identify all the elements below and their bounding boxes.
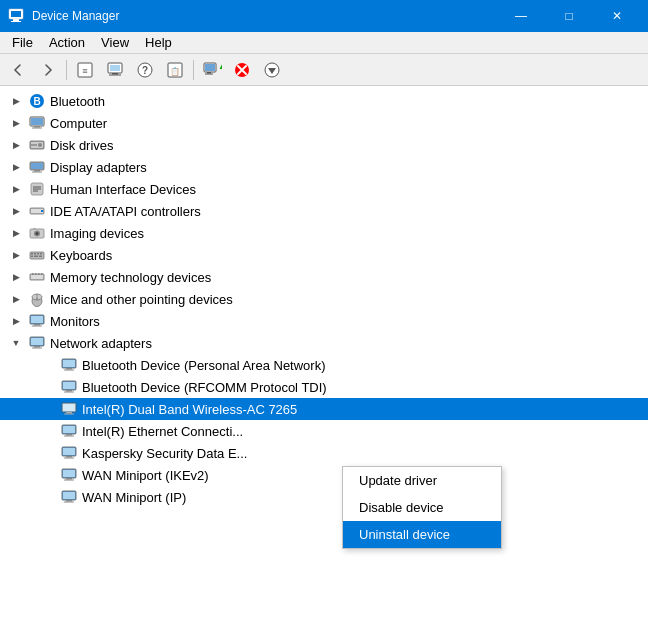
svg-rect-86	[64, 414, 74, 415]
svg-rect-62	[31, 275, 43, 279]
keyboards-icon	[28, 246, 46, 264]
bt-pan-label: Bluetooth Device (Personal Area Network)	[82, 358, 326, 373]
title-bar-left: Device Manager	[8, 8, 119, 24]
disk-drives-label: Disk drives	[50, 138, 114, 153]
tree-item-ide[interactable]: ▶ IDE ATA/ATAPI controllers	[0, 200, 648, 222]
imaging-label: Imaging devices	[50, 226, 144, 241]
svg-rect-36	[34, 170, 40, 172]
properties-button[interactable]: ≡	[71, 57, 99, 83]
expand-kaspersky	[40, 445, 56, 461]
expand-memory[interactable]: ▶	[8, 269, 24, 285]
expand-bluetooth[interactable]: ▶	[8, 93, 24, 109]
svg-rect-50	[31, 253, 33, 255]
title-controls: — □ ✕	[498, 0, 640, 32]
tree-item-imaging[interactable]: ▶ Imaging devices	[0, 222, 648, 244]
context-update-driver[interactable]: Update driver	[343, 467, 501, 494]
back-button[interactable]	[4, 57, 32, 83]
svg-text:?: ?	[142, 65, 148, 76]
svg-rect-52	[37, 253, 39, 255]
window-title: Device Manager	[32, 9, 119, 23]
expand-disk-drives[interactable]: ▶	[8, 137, 24, 153]
tree-item-keyboards[interactable]: ▶ Keyboards	[0, 244, 648, 266]
svg-rect-73	[34, 346, 40, 348]
maximize-button[interactable]: □	[546, 0, 592, 32]
svg-rect-93	[66, 456, 72, 458]
svg-rect-98	[64, 480, 74, 481]
tree-item-wan-ip[interactable]: WAN Miniport (IP)	[0, 486, 648, 508]
tree-item-kaspersky[interactable]: Kaspersky Security Data E...	[0, 442, 648, 464]
tree-item-monitors[interactable]: ▶ Monitors	[0, 310, 648, 332]
svg-rect-35	[31, 163, 43, 169]
expand-display-adapters[interactable]: ▶	[8, 159, 24, 175]
tree-item-wan-ikev2[interactable]: WAN Miniport (IKEv2)	[0, 464, 648, 486]
ide-label: IDE ATA/ATAPI controllers	[50, 204, 201, 219]
computer-icon	[28, 114, 46, 132]
svg-rect-90	[64, 436, 74, 437]
tree-item-bluetooth[interactable]: ▶ B Bluetooth	[0, 90, 648, 112]
properties-btn2[interactable]: 📋	[161, 57, 189, 83]
expand-bt-rfc	[40, 379, 56, 395]
display-adapters-label: Display adapters	[50, 160, 147, 175]
expand-ide[interactable]: ▶	[8, 203, 24, 219]
main-content: ▶ B Bluetooth ▶	[0, 86, 648, 638]
svg-text:B: B	[33, 96, 40, 107]
tree-item-display-adapters[interactable]: ▶ Display adapters	[0, 156, 648, 178]
svg-rect-89	[66, 434, 72, 436]
svg-rect-2	[13, 19, 19, 21]
expand-mice[interactable]: ▶	[8, 291, 24, 307]
computer-label: Computer	[50, 116, 107, 131]
tree-item-ethernet[interactable]: Intel(R) Ethernet Connecti...	[0, 420, 648, 442]
svg-rect-74	[32, 348, 42, 349]
hid-icon	[28, 180, 46, 198]
monitors-icon	[28, 312, 46, 330]
tree-item-hid[interactable]: ▶ Human Interface Devices	[0, 178, 648, 200]
svg-rect-51	[34, 253, 36, 255]
tree-item-memory[interactable]: ▶ Memory technology devices	[0, 266, 648, 288]
expand-wan-ip	[40, 489, 56, 505]
expand-imaging[interactable]: ▶	[8, 225, 24, 241]
disk-drives-icon	[28, 136, 46, 154]
help-button[interactable]: ?	[131, 57, 159, 83]
tree-item-network[interactable]: ▼ Network adapters	[0, 332, 648, 354]
menu-action[interactable]: Action	[41, 33, 93, 52]
svg-rect-101	[66, 500, 72, 502]
svg-rect-97	[66, 478, 72, 480]
remove-button[interactable]	[228, 57, 256, 83]
tree-item-computer[interactable]: ▶ Computer	[0, 112, 648, 134]
tree-item-intel-wifi[interactable]: Intel(R) Dual Band Wireless-AC 7265	[0, 398, 648, 420]
wan-ikev2-icon	[60, 466, 78, 484]
svg-rect-29	[32, 128, 42, 129]
svg-rect-72	[31, 338, 43, 345]
tree-item-mice[interactable]: ▶ Mice and other pointing devices	[0, 288, 648, 310]
ide-icon	[28, 202, 46, 220]
context-uninstall-device[interactable]: Uninstall device	[343, 521, 501, 548]
svg-rect-102	[64, 502, 74, 503]
context-menu: Update driver Disable device Uninstall d…	[342, 466, 502, 549]
svg-rect-59	[35, 273, 37, 275]
forward-button[interactable]	[34, 57, 62, 83]
context-disable-device[interactable]: Disable device	[343, 494, 501, 521]
svg-rect-88	[63, 426, 75, 433]
tree-item-disk-drives[interactable]: ▶ Disk drives	[0, 134, 648, 156]
svg-rect-55	[34, 256, 38, 258]
menu-file[interactable]: File	[4, 33, 41, 52]
expand-hid[interactable]: ▶	[8, 181, 24, 197]
expand-network[interactable]: ▼	[8, 335, 24, 351]
rollback-button[interactable]	[258, 57, 286, 83]
memory-icon	[28, 268, 46, 286]
device-manager-button[interactable]	[101, 57, 129, 83]
tree-item-bt-rfc[interactable]: Bluetooth Device (RFCOMM Protocol TDI)	[0, 376, 648, 398]
menu-view[interactable]: View	[93, 33, 137, 52]
monitor-button[interactable]: ▲	[198, 57, 226, 83]
expand-computer[interactable]: ▶	[8, 115, 24, 131]
svg-rect-48	[33, 228, 36, 230]
minimize-button[interactable]: —	[498, 0, 544, 32]
tree-item-bt-pan[interactable]: Bluetooth Device (Personal Area Network)	[0, 354, 648, 376]
tree-scroll[interactable]: ▶ B Bluetooth ▶	[0, 86, 648, 638]
bluetooth-icon: B	[28, 92, 46, 110]
device-tree: ▶ B Bluetooth ▶	[0, 86, 648, 512]
close-button[interactable]: ✕	[594, 0, 640, 32]
expand-keyboards[interactable]: ▶	[8, 247, 24, 263]
expand-monitors[interactable]: ▶	[8, 313, 24, 329]
menu-help[interactable]: Help	[137, 33, 180, 52]
